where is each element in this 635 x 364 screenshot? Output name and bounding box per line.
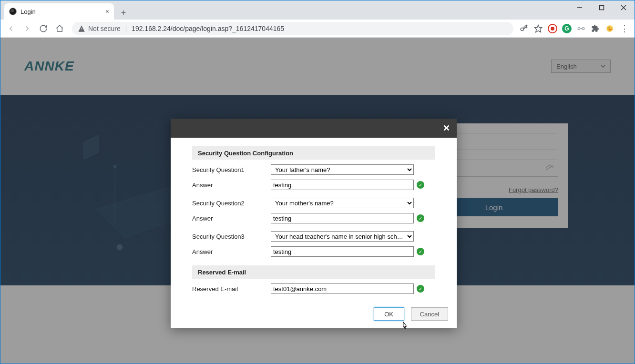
extension-grammarly-icon[interactable]: G <box>562 24 572 33</box>
nav-back-button[interactable] <box>4 22 18 35</box>
check-ok-icon: ✓ <box>417 248 424 255</box>
security-question-modal: ✕ Security Question Configuration Securi… <box>171 119 457 328</box>
answer3-input[interactable] <box>271 246 414 257</box>
window-maximize-button[interactable] <box>591 0 613 15</box>
ok-button[interactable]: OK <box>374 307 404 321</box>
security-question3-label: Security Question3 <box>192 233 271 240</box>
tab-title: Login <box>20 8 102 15</box>
tab-close-icon[interactable]: × <box>105 8 109 15</box>
svg-marker-5 <box>535 25 542 32</box>
extensions-puzzle-icon[interactable] <box>591 24 600 33</box>
svg-point-7 <box>582 27 584 30</box>
extension-duck-icon[interactable] <box>605 24 615 33</box>
url-text: 192.168.2.24/doc/page/login.asp?_1612417… <box>132 25 284 32</box>
page-content: ANNKE English <box>0 38 635 364</box>
bookmark-star-icon[interactable] <box>533 24 543 33</box>
browser-tab[interactable]: Login × <box>4 3 114 20</box>
reserved-email-label: Reserved E-mail <box>192 285 271 293</box>
security-question1-label: Security Question1 <box>192 166 271 173</box>
nav-home-button[interactable] <box>53 22 66 35</box>
cancel-button[interactable]: Cancel <box>411 307 448 321</box>
modal-header: ✕ <box>171 119 457 138</box>
nav-forward-button[interactable] <box>20 22 34 35</box>
security-question2-select[interactable]: Your mother's name? <box>271 198 414 208</box>
check-ok-icon: ✓ <box>417 214 424 222</box>
svg-point-6 <box>578 27 580 30</box>
browser-menu-button[interactable]: ⋮ <box>619 24 629 33</box>
svg-point-9 <box>608 27 609 28</box>
modal-close-button[interactable]: ✕ <box>443 123 450 133</box>
browser-toolbar: Not secure | 192.168.2.24/doc/page/login… <box>0 20 635 38</box>
extension-ublock-icon[interactable] <box>548 24 557 33</box>
tab-favicon <box>9 8 17 15</box>
answer2-input[interactable] <box>271 213 414 223</box>
window-controls <box>569 0 635 15</box>
svg-point-8 <box>606 25 613 32</box>
reserved-email-input[interactable] <box>271 283 414 294</box>
key-icon[interactable] <box>519 24 529 33</box>
browser-titlebar: Login × + <box>0 0 635 20</box>
window-minimize-button[interactable] <box>569 0 591 15</box>
not-secure-label: Not secure <box>88 25 121 32</box>
new-tab-button[interactable]: + <box>117 8 130 18</box>
section-security-questions-title: Security Question Configuration <box>192 146 435 160</box>
answer1-label: Answer <box>192 182 271 189</box>
address-bar[interactable]: Not secure | 192.168.2.24/doc/page/login… <box>72 22 513 35</box>
security-question2-label: Security Question2 <box>192 200 271 207</box>
svg-rect-1 <box>600 6 604 10</box>
extension-sync-icon[interactable] <box>576 24 586 33</box>
address-separator: | <box>125 25 127 32</box>
section-reserved-email-title: Reserved E-mail <box>192 265 435 279</box>
not-secure-indicator[interactable]: Not secure <box>78 25 121 32</box>
check-ok-icon: ✓ <box>417 181 424 189</box>
security-question1-select[interactable]: Your father's name? <box>271 164 414 175</box>
check-ok-icon: ✓ <box>417 285 424 293</box>
security-question3-select[interactable]: Your head teacher's name in senior high … <box>271 231 414 242</box>
answer1-input[interactable] <box>271 180 414 190</box>
answer2-label: Answer <box>192 215 271 222</box>
answer3-label: Answer <box>192 248 271 255</box>
window-close-button[interactable] <box>613 0 635 15</box>
nav-reload-button[interactable] <box>37 22 50 35</box>
svg-point-4 <box>521 28 523 30</box>
